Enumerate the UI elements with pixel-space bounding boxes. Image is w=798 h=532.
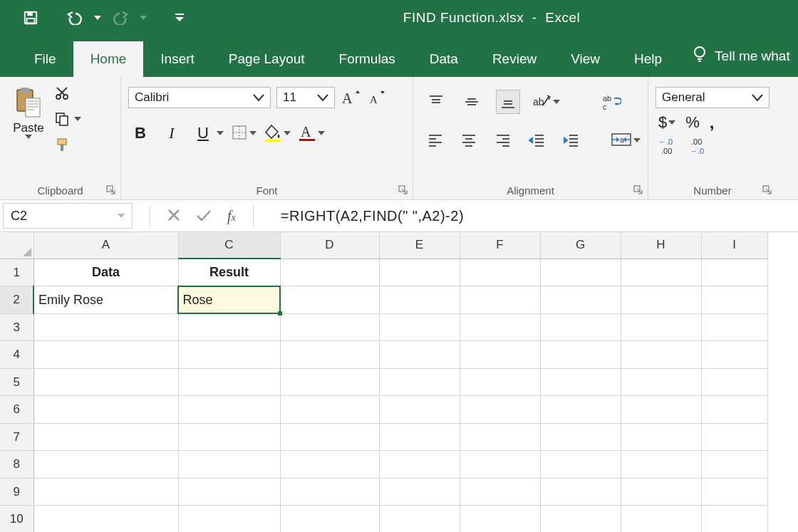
cell-C5[interactable] [178, 368, 280, 396]
cell-C4[interactable] [178, 341, 280, 369]
tab-help[interactable]: Help [617, 41, 679, 77]
tab-insert[interactable]: Insert [143, 41, 212, 77]
cell-F3[interactable] [460, 313, 540, 341]
cell-G2[interactable] [540, 286, 621, 314]
cell-G4[interactable] [540, 341, 621, 369]
decrease-decimal-button[interactable]: .00→.0 [690, 137, 711, 159]
row-header-9[interactable]: 9 [0, 478, 33, 506]
cell-D9[interactable] [280, 478, 379, 506]
undo-button[interactable] [66, 11, 84, 25]
cell-F9[interactable] [460, 478, 540, 506]
cell-F2[interactable] [460, 286, 540, 314]
cell-H10[interactable] [621, 506, 701, 532]
align-center-button[interactable] [459, 129, 480, 152]
row-header-3[interactable]: 3 [0, 313, 33, 341]
cell-D5[interactable] [280, 368, 379, 396]
cell-G1[interactable] [540, 259, 621, 286]
font-name-combo[interactable]: Calibri [128, 87, 271, 108]
select-all-corner[interactable] [0, 232, 33, 259]
cell-E10[interactable] [379, 506, 460, 532]
column-header-I[interactable]: I [701, 232, 767, 259]
cell-D6[interactable] [280, 396, 379, 424]
cell-H5[interactable] [621, 368, 701, 396]
tab-home[interactable]: Home [73, 41, 144, 77]
formula-input[interactable]: =RIGHT(A2,FIND(" ",A2)-2) [268, 208, 798, 224]
cell-G6[interactable] [540, 396, 621, 424]
cell-H9[interactable] [621, 478, 701, 506]
cell-F7[interactable] [460, 423, 540, 451]
align-left-button[interactable] [425, 129, 446, 152]
column-header-H[interactable]: H [621, 232, 701, 259]
row-header-10[interactable]: 10 [0, 506, 33, 532]
cell-E3[interactable] [379, 313, 460, 341]
align-middle-button[interactable] [460, 90, 483, 113]
cell-F1[interactable] [460, 259, 540, 286]
cell-A7[interactable] [33, 423, 178, 451]
column-header-D[interactable]: D [280, 232, 379, 259]
tell-me[interactable]: Tell me what [679, 35, 798, 77]
cell-D10[interactable] [280, 506, 379, 532]
tab-review[interactable]: Review [475, 41, 554, 77]
cell-I5[interactable] [701, 368, 767, 396]
cell-H6[interactable] [621, 396, 701, 424]
cell-I6[interactable] [701, 396, 767, 424]
cell-E1[interactable] [379, 259, 460, 286]
row-header-5[interactable]: 5 [0, 368, 33, 396]
cell-E5[interactable] [379, 368, 460, 396]
wrap-text-button[interactable]: abc [600, 90, 623, 113]
column-header-A[interactable]: A [33, 232, 178, 259]
cell-D8[interactable] [280, 451, 379, 479]
accounting-format-button[interactable]: $ [658, 113, 675, 132]
row-header-7[interactable]: 7 [0, 423, 33, 451]
cell-I7[interactable] [701, 423, 767, 451]
row-header-1[interactable]: 1 [0, 259, 33, 286]
cell-I1[interactable] [701, 259, 767, 286]
increase-indent-button[interactable] [560, 129, 581, 152]
percent-button[interactable]: % [685, 113, 700, 132]
cell-I3[interactable] [701, 313, 767, 341]
fill-color-button[interactable] [264, 123, 291, 144]
cell-A4[interactable] [33, 341, 178, 369]
name-box[interactable]: C2 [3, 203, 133, 229]
paste-dropdown[interactable] [25, 134, 32, 140]
cell-G5[interactable] [540, 368, 621, 396]
cell-H2[interactable] [621, 286, 701, 314]
cell-E8[interactable] [379, 451, 460, 479]
cell-I4[interactable] [701, 341, 767, 369]
cell-F5[interactable] [460, 368, 540, 396]
cell-D4[interactable] [280, 341, 379, 369]
cell-C1[interactable]: Result [178, 259, 280, 286]
cell-H3[interactable] [621, 313, 701, 341]
column-header-G[interactable]: G [540, 232, 621, 259]
cell-E6[interactable] [379, 396, 460, 424]
cell-D7[interactable] [280, 423, 379, 451]
number-dialog-launcher[interactable] [762, 185, 772, 195]
worksheet-grid[interactable]: ACDEFGHI1DataResult2Emily RoseRose345678… [0, 232, 798, 532]
cell-D2[interactable] [280, 286, 379, 314]
copy-button[interactable] [54, 110, 81, 128]
cell-F10[interactable] [460, 506, 540, 532]
row-header-6[interactable]: 6 [0, 396, 33, 424]
cell-C2[interactable]: Rose [178, 286, 280, 314]
align-right-button[interactable] [492, 129, 514, 152]
cell-G7[interactable] [540, 423, 621, 451]
cell-I8[interactable] [701, 451, 767, 479]
clipboard-dialog-launcher[interactable] [106, 185, 116, 195]
bold-button[interactable]: B [128, 120, 152, 147]
cancel-formula-button[interactable] [167, 209, 180, 224]
underline-button[interactable]: U [191, 120, 224, 147]
align-top-button[interactable] [425, 90, 447, 113]
tab-page-layout[interactable]: Page Layout [212, 41, 322, 77]
cell-C9[interactable] [178, 478, 280, 506]
decrease-indent-button[interactable] [527, 129, 548, 152]
column-header-F[interactable]: F [460, 232, 540, 259]
cell-F6[interactable] [460, 396, 540, 424]
merge-center-button[interactable]: a [611, 131, 641, 150]
font-size-combo[interactable]: 11 [276, 87, 335, 108]
cell-C8[interactable] [178, 451, 280, 479]
increase-decimal-button[interactable]: ←.0.00 [658, 137, 680, 159]
borders-button[interactable] [231, 124, 256, 143]
font-color-button[interactable]: A [298, 123, 325, 144]
row-header-4[interactable]: 4 [0, 341, 33, 369]
column-header-C[interactable]: C [178, 232, 280, 259]
